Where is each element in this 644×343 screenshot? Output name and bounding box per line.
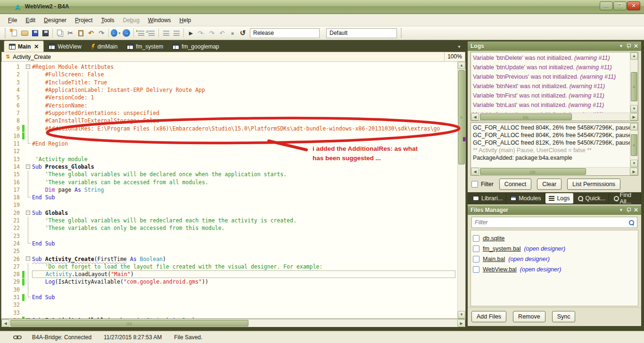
maximize-button[interactable]: ❐ [613, 1, 627, 10]
code-line[interactable]: 14−Sub Process_Globals [1, 163, 457, 171]
menu-item-help[interactable]: Help [175, 15, 196, 25]
code-line[interactable]: 3 #IncludeTitle: True [1, 79, 457, 86]
panel-close-icon[interactable]: ✕ [634, 207, 638, 213]
tab-fm-system[interactable]: fm_system [122, 41, 168, 52]
indent-icon[interactable] [171, 28, 182, 38]
build-configuration-combobox[interactable]: Release [250, 28, 320, 38]
step-into-icon[interactable]: ↷ [206, 28, 217, 38]
scroll-right-icon[interactable]: ▶ [630, 113, 638, 121]
file-row-fm-system-bal[interactable]: fm_system.bal(open designer) [473, 244, 636, 254]
scrollbar-thumb[interactable]: |||| [480, 168, 586, 175]
code-line[interactable]: 20−Sub Globals [1, 209, 457, 217]
restart-icon[interactable]: ↺ [238, 28, 248, 38]
menu-item-project[interactable]: Project [71, 15, 97, 25]
undo-icon[interactable]: ↶ [86, 28, 96, 38]
code-line[interactable]: 11#End Region [1, 140, 457, 147]
redo-icon[interactable]: ↷ [96, 28, 107, 38]
warning-log-row[interactable]: Variable 'btnUpdate' was not initialized… [473, 63, 628, 72]
code-text[interactable]: End Sub [32, 294, 55, 301]
tab-close-icon[interactable]: ✕ [34, 43, 39, 50]
step-over-icon[interactable]: ↷· [196, 28, 206, 38]
stop-icon[interactable]: ■ [227, 28, 238, 38]
device-log-row[interactable]: GC_FOR_ALLOC freed 804K, 26% free 5458K/… [473, 124, 628, 131]
files-filter-input[interactable] [472, 219, 628, 226]
menu-item-debug[interactable]: Debug [118, 15, 143, 25]
list-permissions-button[interactable]: List Permissions [567, 179, 620, 190]
editor-horizontal-scrollbar[interactable]: ◀ |||| ▶ [1, 319, 465, 327]
editor-zoom-level[interactable]: 100% [444, 52, 465, 61]
compiler-warnings-list[interactable]: Variable 'btnDelete' was not initialized… [471, 52, 638, 121]
code-text[interactable]: #AdditionalRes: E:\Program Files (x86)\E… [32, 125, 440, 132]
save-icon[interactable] [30, 28, 40, 38]
device-log-horizontal-scrollbar[interactable]: ◀ |||| ▶ [471, 167, 638, 175]
fold-marker[interactable]: − [25, 209, 32, 217]
warning-log-row[interactable]: Variable 'btnNext' was not initialized. … [473, 82, 628, 91]
warning-log-row[interactable]: Variable 'btnPrevious' was not initializ… [473, 72, 628, 82]
file-checkbox[interactable] [473, 266, 479, 273]
code-line[interactable]: 25 [1, 247, 457, 255]
code-line[interactable]: 15 'These global variables will be decla… [1, 171, 457, 178]
code-line[interactable]: 10 [1, 132, 457, 140]
code-line[interactable]: 27 'Do not forget to load the layout fil… [1, 263, 457, 270]
tab-main[interactable]: Main✕ [4, 41, 44, 52]
scroll-down-icon[interactable]: ▼ [630, 160, 638, 167]
scroll-down-icon[interactable]: ▼ [458, 311, 465, 318]
tab-webview[interactable]: WebView [44, 41, 86, 52]
code-text[interactable]: End Sub [32, 240, 55, 247]
close-button[interactable]: ✕ [627, 1, 640, 10]
scroll-down-icon[interactable]: ▼ [630, 105, 638, 113]
pin-icon[interactable] [627, 44, 630, 49]
connect-button[interactable]: Connect [499, 179, 532, 190]
code-line[interactable]: 1−#Region Module Attributes [1, 63, 457, 71]
fold-marker[interactable]: − [25, 255, 32, 262]
code-text[interactable]: Dim page As String [32, 187, 104, 193]
navigate-forward-icon[interactable]: → [121, 28, 132, 38]
code-line[interactable]: 16 'These variables can be accessed from… [1, 178, 457, 186]
scroll-left-icon[interactable]: ◀ [1, 319, 9, 327]
editor-vertical-scrollbar[interactable]: ▲ ≡ ▼ [457, 62, 465, 318]
code-line[interactable]: 19 [1, 201, 457, 209]
device-log-row[interactable]: GC_FOR_ALLOC freed 804K, 26% free 5454K/… [473, 131, 628, 139]
code-text[interactable]: #FullScreen: False [32, 71, 104, 78]
code-line[interactable]: 28 Activity.LoadLayout("Main") [1, 270, 457, 278]
scroll-up-icon[interactable]: ▲ [630, 123, 638, 131]
warnings-horizontal-scrollbar[interactable]: ◀ |||| ▶ [471, 113, 638, 121]
code-editor[interactable]: 1−#Region Module Attributes2 #FullScreen… [1, 62, 466, 319]
tab-list-dropdown-icon[interactable]: ▼ [457, 45, 461, 49]
outdent-icon[interactable] [161, 28, 171, 38]
code-line[interactable]: 4 #ApplicationLabel: Instant-ERP Deliver… [1, 86, 457, 94]
filter-checkbox[interactable] [471, 181, 478, 188]
copy-icon[interactable] [55, 28, 65, 38]
code-line[interactable]: 34−Sub IsActivityAvailable(package As St… [1, 317, 457, 318]
file-row-db-sqlite[interactable]: db.sqlite [473, 233, 636, 244]
code-line[interactable]: 2 #FullScreen: False [1, 71, 457, 78]
code-line[interactable]: 29 Log(IsActivityAvailable("com.google.a… [1, 278, 457, 286]
code-line[interactable]: 33 [1, 309, 457, 317]
code-line[interactable]: 9 #AdditionalRes: E:\Program Files (x86)… [1, 124, 457, 132]
open-designer-link[interactable]: (open designer) [524, 245, 566, 252]
code-text[interactable]: 'These variables can be accessed from al… [32, 179, 208, 186]
collapse-icon[interactable]: − [26, 318, 30, 318]
scrollbar-thumb[interactable]: ≡ [631, 72, 637, 101]
open-designer-link[interactable]: (open designer) [520, 266, 561, 273]
fold-marker[interactable]: − [25, 317, 32, 318]
code-line[interactable]: 22 'These variables can only be accessed… [1, 224, 457, 232]
device-log-row[interactable]: PackageAdded: package:b4a.example [473, 154, 628, 162]
device-log-row[interactable]: GC_FOR_ALLOC freed 812K, 26% free 5450K/… [473, 139, 628, 147]
menu-item-designer[interactable]: Designer [40, 15, 71, 25]
code-text[interactable]: Sub Process_Globals [32, 163, 94, 170]
code-line[interactable]: 8 #CanInstallToExternalStorage: False [1, 117, 457, 124]
dock-tab-librari[interactable]: Librari... [470, 193, 506, 204]
file-name-link[interactable]: Main.bal [483, 256, 505, 262]
save-all-icon[interactable] [40, 28, 50, 38]
code-text[interactable]: 'Do not forget to load the layout file c… [32, 263, 322, 270]
code-text[interactable]: #VersionCode: 1 [32, 94, 94, 101]
device-log-list[interactable]: GC_FOR_ALLOC freed 804K, 26% free 5458K/… [471, 122, 638, 176]
navigate-back-icon[interactable]: ←▼ [111, 28, 121, 38]
open-project-icon[interactable] [19, 28, 30, 38]
code-text[interactable]: Activity.LoadLayout("Main") [32, 270, 455, 278]
code-text[interactable]: #ApplicationLabel: Instant-ERP Delivery … [32, 87, 205, 93]
fold-marker[interactable]: − [25, 63, 32, 71]
menu-item-file[interactable]: File [4, 15, 21, 25]
scroll-up-icon[interactable]: ▲ [630, 52, 638, 60]
